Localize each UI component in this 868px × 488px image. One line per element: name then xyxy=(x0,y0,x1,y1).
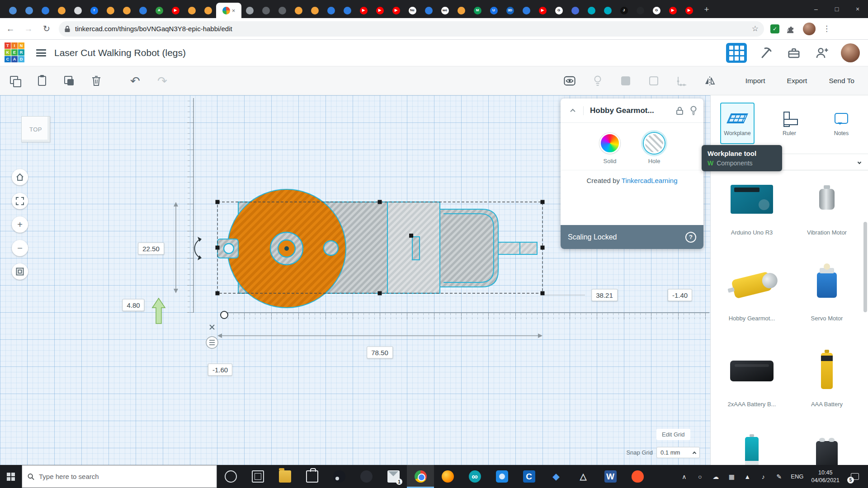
browser-menu-icon[interactable]: ⋮ xyxy=(823,24,830,33)
zoom-in-button[interactable]: + xyxy=(12,216,28,233)
window-maximize-button[interactable]: □ xyxy=(826,0,847,18)
view-cube[interactable]: TOP xyxy=(21,116,50,142)
dashboard-grid-button[interactable] xyxy=(726,43,747,63)
browser-tab[interactable] xyxy=(135,3,151,18)
browser-tab[interactable]: ▶ xyxy=(681,3,697,18)
taskbar-app-icon[interactable]: W xyxy=(597,465,624,488)
taskbar-app-icon[interactable]: ∞ xyxy=(461,465,488,488)
browser-tab[interactable]: × xyxy=(216,3,241,18)
browser-tab[interactable]: J xyxy=(616,3,632,18)
home-view-button[interactable] xyxy=(12,169,28,185)
bookmark-star-icon[interactable]: ☆ xyxy=(752,24,759,33)
export-button[interactable]: Export xyxy=(785,74,809,88)
dimension-height[interactable]: 22.50 xyxy=(138,243,164,255)
design-title[interactable]: Laser Cut Walking Robot (legs) xyxy=(54,47,186,58)
help-icon[interactable]: ? xyxy=(685,232,696,243)
window-minimize-button[interactable]: – xyxy=(806,0,826,18)
copy-button[interactable] xyxy=(9,75,21,87)
elevation-arrow-handle[interactable] xyxy=(152,298,165,324)
perspective-toggle-button[interactable] xyxy=(12,263,28,280)
browser-tab[interactable] xyxy=(323,3,339,18)
panel-tool-button[interactable]: Ruler xyxy=(772,103,807,144)
mirror-button[interactable] xyxy=(704,75,716,87)
browser-tab[interactable] xyxy=(453,3,469,18)
part-item[interactable]: Hobby Gearmot... xyxy=(714,259,789,345)
browser-tab[interactable]: ▶ xyxy=(372,3,388,18)
taskbar-app-icon[interactable]: △ xyxy=(570,465,597,488)
hole-circle[interactable] xyxy=(644,133,665,154)
undo-button[interactable]: ↶ xyxy=(129,75,141,87)
fit-view-button[interactable] xyxy=(12,193,28,209)
taskbar-app-icon[interactable] xyxy=(298,465,326,488)
toolbox-icon[interactable] xyxy=(785,44,803,62)
browser-tab[interactable] xyxy=(70,3,86,18)
account-avatar[interactable] xyxy=(841,43,860,62)
tab-close-icon[interactable]: × xyxy=(232,8,236,14)
send-to-button[interactable]: Send To xyxy=(827,74,856,88)
tray-icon[interactable]: ✎ xyxy=(775,473,783,480)
browser-tab[interactable]: ▶ xyxy=(534,3,551,18)
gearmotor-shape[interactable] xyxy=(217,189,537,308)
taskbar-app-icon[interactable] xyxy=(407,465,434,488)
browser-tab[interactable] xyxy=(339,3,355,18)
browser-tab[interactable]: G xyxy=(648,3,665,18)
browser-tab[interactable] xyxy=(200,3,216,18)
taskbar-app-icon[interactable] xyxy=(624,465,651,488)
tray-icon[interactable]: ♪ xyxy=(759,473,767,480)
invite-person-icon[interactable] xyxy=(813,44,831,62)
browser-tab[interactable]: G xyxy=(551,3,567,18)
browser-tab[interactable] xyxy=(258,3,274,18)
browser-tab[interactable] xyxy=(21,3,37,18)
browser-tab[interactable]: 3D xyxy=(502,3,518,18)
hide-bulb-icon[interactable] xyxy=(592,75,604,87)
notification-center-button[interactable]: 5 xyxy=(847,469,863,484)
taskbar-app-icon[interactable] xyxy=(326,465,353,488)
tray-icon[interactable]: ☁ xyxy=(712,473,720,480)
rotate-handle[interactable] xyxy=(194,237,202,260)
taskbar-app-icon[interactable] xyxy=(271,465,298,488)
taskbar-app-icon[interactable] xyxy=(244,465,271,488)
ungroup-button[interactable] xyxy=(648,75,660,87)
browser-tab[interactable]: ▶ xyxy=(388,3,404,18)
taskbar-app-icon[interactable] xyxy=(217,465,244,488)
design-menu-icon[interactable] xyxy=(35,48,47,58)
window-close-button[interactable]: × xyxy=(847,0,868,18)
hole-swatch[interactable]: Hole xyxy=(644,133,665,164)
taskbar-app-icon[interactable]: ◆ xyxy=(542,465,570,488)
dimension-elevation[interactable]: 4.80 xyxy=(122,299,144,311)
duplicate-button[interactable] xyxy=(63,75,75,87)
browser-tab[interactable]: Ne xyxy=(404,3,420,18)
browser-tab[interactable] xyxy=(518,3,534,18)
browser-tab[interactable] xyxy=(241,3,258,18)
browser-tab[interactable] xyxy=(274,3,290,18)
browser-tab[interactable] xyxy=(37,3,53,18)
browser-tab[interactable]: ▶ xyxy=(665,3,681,18)
taskbar-app-icon[interactable]: 1 xyxy=(380,465,407,488)
browser-tab[interactable] xyxy=(567,3,583,18)
browser-tab[interactable]: we xyxy=(437,3,453,18)
part-item[interactable] xyxy=(714,431,789,465)
ruler-origin-handle[interactable] xyxy=(221,311,228,319)
part-item[interactable]: AAA Battery xyxy=(789,345,864,431)
language-indicator[interactable]: ENG xyxy=(791,473,803,480)
zoom-out-button[interactable]: − xyxy=(12,240,28,256)
bulb-icon[interactable] xyxy=(690,106,697,115)
browser-tab[interactable] xyxy=(118,3,135,18)
browser-tab[interactable]: ▶ xyxy=(355,3,372,18)
show-all-eye-icon[interactable] xyxy=(564,75,576,87)
browser-tab[interactable] xyxy=(290,3,307,18)
part-item[interactable]: Vibration Motor xyxy=(789,173,864,259)
solid-color-circle[interactable] xyxy=(599,133,620,154)
taskbar-app-icon[interactable] xyxy=(353,465,380,488)
clock[interactable]: 10:45 04/06/2021 xyxy=(811,469,840,484)
taskbar-search[interactable] xyxy=(22,465,217,488)
dimension-offset-y[interactable]: -1.40 xyxy=(668,289,692,301)
dimension-distance-x[interactable]: 38.21 xyxy=(591,289,618,301)
part-item[interactable]: Arduino Uno R3 xyxy=(714,173,789,259)
edit-grid-button[interactable]: Edit Grid xyxy=(656,429,690,440)
taskbar-app-icon[interactable] xyxy=(434,465,461,488)
back-button[interactable]: ← xyxy=(3,21,18,37)
snap-grid-dropdown[interactable]: 0.1 mm xyxy=(656,447,700,458)
browser-tab[interactable] xyxy=(5,3,21,18)
part-item[interactable]: Servo Motor xyxy=(789,259,864,345)
